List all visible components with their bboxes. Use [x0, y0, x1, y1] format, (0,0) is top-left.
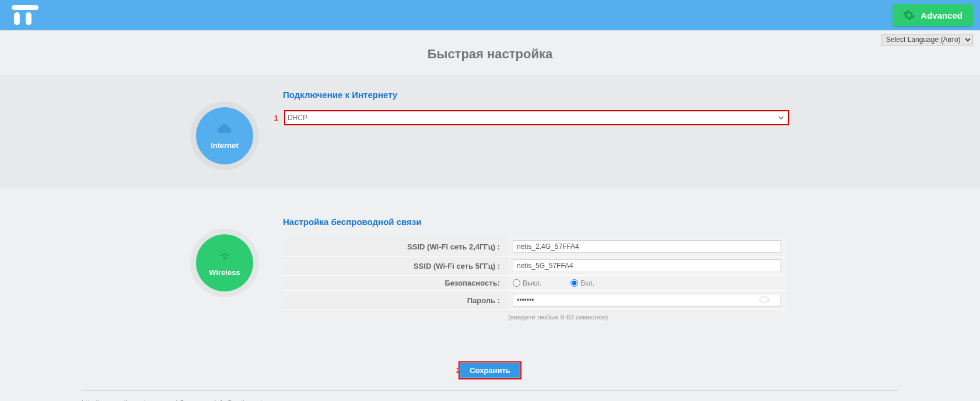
wan-type-highlight: DHCP [284, 110, 789, 125]
advanced-label: Advanced [921, 10, 963, 20]
internet-section: Internet Подключение к Интернету 1 DHCP [166, 75, 814, 188]
security-off-radio[interactable] [513, 279, 520, 287]
wan-type-select[interactable]: DHCP [285, 111, 788, 124]
logo [12, 5, 38, 25]
wireless-circle-label: Wireless [209, 268, 240, 277]
ssid-24-label: SSID (Wi-Fi сеть 2,4ГГц) : [283, 237, 508, 256]
annotation-2: 2 [456, 366, 460, 375]
footer-divider [82, 390, 898, 391]
ssid-5-input[interactable] [513, 259, 781, 272]
save-button[interactable]: Сохранить [460, 363, 520, 378]
wifi-icon [218, 249, 232, 265]
page-title: Быстрая настройка [0, 47, 980, 62]
save-row: 2 Сохранить [166, 361, 814, 379]
wireless-section: Wireless Настройка беспроводной связи SS… [166, 188, 814, 344]
wireless-step-circle: Wireless [196, 234, 253, 291]
internet-circle-label: Internet [211, 141, 239, 150]
annotation-1: 1 [271, 114, 278, 122]
top-bar: Advanced [0, 0, 980, 30]
password-hint: (введите любые 8-63 символов) [508, 314, 814, 321]
svg-rect-2 [26, 12, 32, 25]
svg-rect-1 [14, 12, 20, 25]
security-off-label: Выкл. [523, 279, 541, 287]
password-label: Пароль : [283, 291, 508, 310]
ssid-24-input[interactable] [513, 240, 781, 253]
eye-icon[interactable] [759, 296, 769, 305]
language-bar: Select Language (Авто) [0, 30, 980, 45]
security-on-option[interactable]: Вкл. [570, 279, 594, 287]
gear-icon [903, 9, 915, 21]
wireless-settings-table: SSID (Wi-Fi сеть 2,4ГГц) : SSID (Wi-Fi с… [283, 237, 786, 310]
internet-step-circle: Internet [196, 107, 253, 164]
internet-section-title: Подключение к Интернету [283, 90, 814, 100]
advanced-button[interactable]: Advanced [892, 4, 973, 26]
password-input[interactable] [513, 294, 781, 307]
security-on-radio[interactable] [570, 279, 578, 287]
wireless-section-title: Настройка беспроводной связи [283, 217, 814, 227]
language-select[interactable]: Select Language (Авто) [881, 34, 973, 45]
security-on-label: Вкл. [580, 279, 594, 287]
svg-rect-0 [12, 5, 38, 10]
save-button-highlight: Сохранить [459, 361, 522, 379]
cloud-icon [217, 122, 232, 138]
ssid-5-label: SSID (Wi-Fi сеть 5ГГц) : [283, 256, 508, 276]
security-off-option[interactable]: Выкл. [513, 279, 541, 287]
security-label: Безопасность: [283, 276, 508, 291]
netis-logo-icon [12, 5, 38, 25]
